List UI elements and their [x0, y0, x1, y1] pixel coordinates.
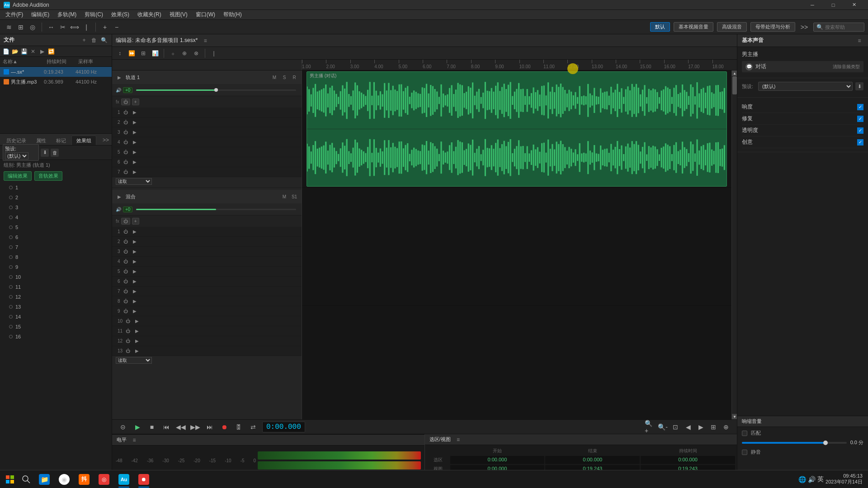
send-power-1-4[interactable]: ⏻ — [122, 139, 129, 146]
selection-menu[interactable]: ≡ — [454, 436, 462, 444]
toolbar-zoom-in[interactable]: + — [99, 22, 110, 33]
zoom-fit[interactable]: ⊡ — [670, 422, 681, 432]
track-expand-mix[interactable]: ▶ — [116, 193, 123, 200]
send-power-1-7[interactable]: ⏻ — [122, 169, 129, 176]
send-power-1-1[interactable]: ⏻ — [122, 109, 129, 116]
search-input[interactable] — [825, 24, 861, 30]
files-open-btn[interactable]: 📂 — [11, 47, 19, 56]
transport-loop[interactable]: ⊝ — [118, 422, 128, 432]
sel-sel-dur[interactable]: 0:00.000 — [641, 456, 735, 464]
volume-icon[interactable]: 🔊 — [808, 476, 816, 483]
track-solo-1[interactable]: S — [281, 74, 288, 81]
esp-dialog-type[interactable]: 💬 对话 清除音频类型 — [742, 61, 863, 72]
send-expand-1-2[interactable]: ▶ — [131, 119, 138, 126]
clip-9[interactable]: 9 — [0, 262, 112, 272]
send-expand-mix-5[interactable]: ▶ — [131, 268, 138, 275]
send-expand-1-5[interactable]: ▶ — [131, 149, 138, 156]
effect-export[interactable]: ⬇ — [41, 149, 49, 157]
send-expand-mix-13[interactable]: ▶ — [133, 347, 141, 355]
file-row-2[interactable]: 男主播.mp3 0:36.989 44100 Hz — [0, 77, 112, 87]
clip-4[interactable]: 4 — [0, 212, 112, 222]
et-trim[interactable]: ⏩ — [127, 48, 137, 58]
loudness-check-mute[interactable] — [742, 450, 747, 455]
send-power-mix-3[interactable]: ⏻ — [122, 248, 129, 255]
et-slip[interactable]: ⊞ — [138, 48, 148, 58]
vertical-scrollbar[interactable]: ▲ ▼ — [731, 70, 737, 419]
transport-fwd[interactable]: ▶▶ — [190, 422, 201, 432]
menu-item-f[interactable]: 文件(F) — [2, 10, 27, 19]
track-record-1[interactable]: R — [291, 74, 298, 81]
wave-tool[interactable]: ≋ — [4, 22, 14, 33]
send-power-mix-6[interactable]: ⏻ — [122, 278, 129, 285]
waveform-track-1[interactable]: 男主播 (对话) — [302, 70, 731, 188]
send-expand-mix-1[interactable]: ▶ — [131, 228, 138, 235]
taskbar-search-btn[interactable] — [18, 471, 34, 488]
send-power-mix-11[interactable]: ⏻ — [124, 328, 132, 335]
track-send-select-1[interactable]: 读取 — [116, 178, 152, 185]
esp-preset-select[interactable]: (默认) — [758, 82, 853, 91]
send-power-mix-8[interactable]: ⏻ — [122, 298, 129, 305]
send-expand-1-6[interactable]: ▶ — [131, 159, 138, 166]
toolbar-slip[interactable]: ⟺ — [69, 22, 80, 33]
taskbar-audition[interactable]: Au — [114, 470, 134, 488]
transport-rewind-to-start[interactable]: ⏮ — [161, 422, 172, 432]
send-expand-mix-10[interactable]: ▶ — [133, 318, 141, 325]
fx-power-mix[interactable]: ⏻ — [121, 218, 130, 225]
file-row-1[interactable]: —.sx* 0:19.243 44100 Hz — [0, 67, 112, 77]
lang-icon[interactable]: 英 — [817, 475, 824, 483]
track-expand-1[interactable]: ▶ — [116, 74, 123, 81]
vol-slider-1[interactable] — [134, 89, 298, 91]
loudness-check-1[interactable] — [742, 431, 747, 436]
transport-stop[interactable]: ■ — [146, 422, 157, 432]
workspace-mastering[interactable]: 母带处理与分析 — [750, 22, 795, 32]
send-power-1-5[interactable]: ⏻ — [122, 149, 129, 156]
close-button[interactable]: ✕ — [844, 0, 864, 10]
loudness-slider[interactable] — [742, 442, 847, 444]
zoom-more[interactable]: ⊕ — [721, 422, 731, 432]
fx-power-1[interactable]: ⏻ — [121, 99, 130, 105]
tab-markers[interactable]: 标记 — [52, 136, 71, 145]
send-expand-mix-6[interactable]: ▶ — [131, 278, 138, 285]
send-expand-mix-7[interactable]: ▶ — [131, 288, 138, 295]
clip-15[interactable]: 15 — [0, 322, 112, 332]
taskbar-chrome[interactable]: ◉ — [54, 470, 74, 488]
clip-11[interactable]: 11 — [0, 282, 112, 292]
zoom-scroll-r[interactable]: ▶ — [695, 422, 706, 432]
send-expand-mix-2[interactable]: ▶ — [131, 238, 138, 245]
tab-props[interactable]: 属性 — [32, 136, 51, 145]
menu-item-h[interactable]: 帮助(H) — [220, 10, 245, 19]
files-delete-btn[interactable]: 🗑 — [90, 36, 98, 44]
minimize-button[interactable]: ─ — [802, 0, 823, 10]
zoom-out-time[interactable]: 🔍- — [657, 422, 668, 432]
network-icon[interactable]: 🌐 — [798, 476, 806, 483]
transport-back[interactable]: ◀◀ — [175, 422, 186, 432]
transport-mix[interactable]: ⇄ — [248, 422, 259, 432]
files-save-btn[interactable]: 💾 — [20, 47, 28, 56]
transport-play[interactable]: ▶ — [132, 422, 143, 432]
toolbar-move[interactable]: ↔ — [46, 22, 57, 33]
timeline-ruler[interactable]: 1.002.003.004.005.006.007.008.009.0010.0… — [112, 60, 737, 70]
send-power-mix-13[interactable]: ⏻ — [124, 347, 132, 355]
clip-3[interactable]: 3 — [0, 202, 112, 212]
et-marker[interactable]: | — [209, 48, 219, 58]
send-expand-mix-11[interactable]: ▶ — [133, 328, 141, 335]
taskbar-clock[interactable]: 09:45:13 2023年07月14日 — [826, 473, 863, 485]
menu-item-e[interactable]: 编辑(E) — [28, 10, 53, 19]
zoom-in-time[interactable]: 🔍+ — [645, 422, 656, 432]
send-power-1-6[interactable]: ⏻ — [122, 159, 129, 166]
editor-menu[interactable]: ≡ — [201, 37, 209, 45]
edit-effects-btn[interactable]: 编辑效果 — [4, 171, 32, 181]
effects-expand-btn[interactable]: >> — [102, 136, 110, 144]
clip-10[interactable]: 10 — [0, 272, 112, 282]
taskbar-kuaishou[interactable]: 抖 — [74, 470, 94, 488]
files-loop-btn[interactable]: 🔁 — [47, 47, 55, 56]
send-expand-mix-3[interactable]: ▶ — [131, 248, 138, 255]
taskbar-start-btn[interactable] — [2, 471, 18, 488]
esp-save-preset[interactable]: ⬇ — [855, 82, 863, 90]
transport-clip[interactable]: 🎛 — [233, 422, 244, 432]
toolbar-zoom-out[interactable]: − — [111, 22, 122, 33]
menu-item-m[interactable]: 多轨(M) — [54, 10, 80, 19]
send-power-mix-7[interactable]: ⏻ — [122, 288, 129, 295]
send-expand-1-3[interactable]: ▶ — [131, 129, 138, 136]
tab-history[interactable]: 历史记录 — [2, 136, 31, 145]
